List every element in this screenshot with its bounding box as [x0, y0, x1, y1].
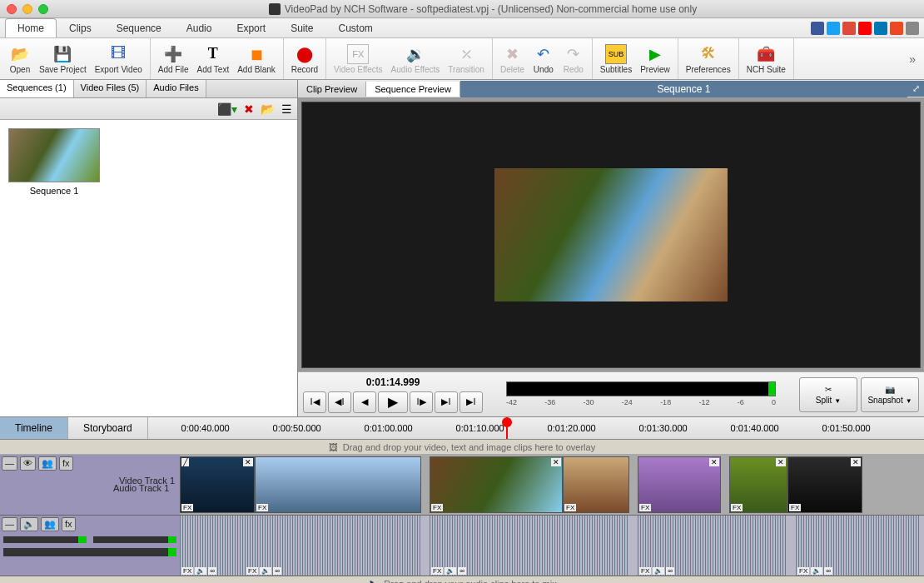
track-collapse-icon[interactable]: — — [2, 456, 17, 471]
rewind-button[interactable]: ◀ — [353, 391, 376, 413]
next-frame-button[interactable]: ▶I — [435, 391, 458, 413]
tab-audio-files[interactable]: Audio Files — [147, 80, 206, 97]
clip-fx-icon[interactable]: FX — [731, 504, 743, 511]
overlay-drop-hint[interactable]: 🖼 Drag and drop your video, text and ima… — [0, 440, 924, 455]
tab-suite[interactable]: Suite — [278, 18, 325, 37]
clip-transition-icon[interactable]: ✕ — [551, 458, 561, 466]
track-people-icon[interactable]: 👥 — [41, 517, 59, 531]
track-fx-icon[interactable]: fx — [59, 456, 73, 471]
maximize-icon[interactable] — [38, 4, 48, 14]
redo-button[interactable]: ↷Redo — [559, 38, 589, 79]
close-icon[interactable] — [7, 4, 17, 14]
save-project-button[interactable]: 💾Save Project — [35, 38, 91, 79]
tab-video-files[interactable]: Video Files (5) — [74, 80, 147, 97]
track-visible-icon[interactable]: 👁 — [20, 456, 36, 471]
transition-button[interactable]: ⤫Transition — [444, 38, 489, 79]
settings-icon[interactable] — [906, 22, 919, 35]
audio-clip[interactable]: FX🔈∞ FX🔈∞ — [180, 516, 421, 576]
preferences-button[interactable]: 🛠Preferences — [682, 38, 735, 79]
tab-export[interactable]: Export — [224, 18, 278, 37]
preview-button[interactable]: ▶Preview — [636, 38, 674, 79]
nch-suite-button[interactable]: 🧰NCH Suite — [743, 38, 790, 79]
facebook-icon[interactable] — [811, 22, 824, 35]
track-people-icon[interactable]: 👥 — [38, 456, 57, 471]
track-fx-icon[interactable]: fx — [62, 517, 76, 531]
sequence-label: Sequence 1 — [8, 186, 100, 196]
image-icon: 🖼 — [329, 442, 338, 452]
prev-frame-button[interactable]: ◀I — [328, 391, 351, 413]
add-file-icon: ➕ — [162, 44, 184, 64]
clip-fx-icon[interactable]: FX — [789, 504, 801, 511]
minimize-icon[interactable] — [22, 4, 32, 14]
video-clip[interactable]: FX — [255, 456, 421, 513]
add-text-button[interactable]: TAdd Text — [192, 38, 233, 79]
audio-clip[interactable]: FX🔈∞ — [796, 516, 921, 576]
delete-button[interactable]: ✖Delete — [496, 38, 529, 79]
video-clip[interactable]: ✕FX — [430, 456, 563, 513]
clip-transition-icon[interactable]: ✕ — [851, 458, 861, 466]
youtube-icon[interactable] — [858, 22, 872, 35]
add-blank-button[interactable]: ◼Add Blank — [233, 38, 280, 79]
preview-frame — [494, 168, 728, 301]
clip-fx-icon[interactable]: FX — [564, 504, 576, 511]
export-video-button[interactable]: 🎞Export Video — [91, 38, 147, 79]
playhead[interactable] — [506, 417, 508, 439]
video-clip[interactable]: ✕FX — [787, 456, 862, 513]
bin-options-icon[interactable]: ⬛▾ — [217, 102, 237, 116]
clip-fx-icon[interactable]: FX — [431, 504, 443, 511]
clip-fx-icon[interactable]: FX — [639, 504, 651, 511]
bin-list-icon[interactable]: ☰ — [281, 102, 292, 116]
open-button[interactable]: 📂Open — [5, 38, 35, 79]
undo-button[interactable]: ↶Undo — [529, 38, 559, 79]
tab-custom[interactable]: Custom — [325, 18, 385, 37]
tab-clip-preview[interactable]: Clip Preview — [298, 82, 366, 97]
video-track-body[interactable]: ╱✕FX FX ✕FX FX ✕FX ✕FX ✕FX — [180, 455, 924, 515]
stumbleupon-icon[interactable] — [890, 22, 903, 35]
clip-fx-icon[interactable]: FX — [256, 504, 268, 511]
subtitles-button[interactable]: SUBSubtitles — [596, 38, 636, 79]
add-file-button[interactable]: ➕Add File — [154, 38, 193, 79]
audio-drop-hint[interactable]: 🔈 Drag and drop your audio clips here to… — [0, 576, 924, 583]
googleplus-icon[interactable] — [842, 22, 856, 35]
bin-add-icon[interactable]: 📂 — [261, 102, 275, 116]
sequence-item[interactable]: Sequence 1 — [8, 128, 100, 196]
linkedin-icon[interactable] — [874, 22, 887, 35]
video-clip[interactable]: FX — [563, 456, 629, 513]
tab-sequence-preview[interactable]: Sequence Preview — [366, 82, 460, 97]
track-mute-icon[interactable]: 🔈 — [20, 517, 38, 531]
audio-track-body[interactable]: FX🔈∞ FX🔈∞ FX🔈∞ FX🔈∞ FX🔈∞ — [180, 516, 924, 576]
audio-clip[interactable]: FX🔈∞ — [638, 516, 787, 576]
audio-clip[interactable]: FX🔈∞ — [430, 516, 629, 576]
save-icon: 💾 — [52, 44, 73, 64]
ribbon-overflow-button[interactable]: » — [902, 52, 922, 66]
twitter-icon[interactable] — [827, 22, 840, 35]
go-end-button[interactable]: ▶I — [460, 391, 483, 413]
clip-fx-icon[interactable]: FX — [181, 504, 193, 511]
tab-home[interactable]: Home — [5, 18, 57, 37]
popout-icon[interactable]: ⤢ — [907, 81, 924, 97]
timeline-ruler[interactable]: 0:00:40.000 0:00:50.000 0:01:00.000 0:01… — [148, 417, 924, 439]
bin-delete-icon[interactable]: ✖ — [244, 102, 254, 116]
clip-transition-icon[interactable]: ✕ — [776, 458, 786, 466]
video-clip[interactable]: ✕FX — [729, 456, 787, 513]
snapshot-button[interactable]: 📷Snapshot▼ — [861, 377, 919, 412]
clip-transition-icon[interactable]: ✕ — [243, 458, 253, 466]
tab-sequences[interactable]: Sequences (1) — [0, 80, 74, 97]
tab-storyboard[interactable]: Storyboard — [68, 417, 148, 439]
clip-transition-icon[interactable]: ✕ — [709, 458, 719, 466]
video-effects-button[interactable]: FXVideo Effects — [330, 38, 387, 79]
tab-audio[interactable]: Audio — [174, 18, 225, 37]
record-button[interactable]: ⬤Record — [287, 38, 322, 79]
audio-effects-button[interactable]: 🔉Audio Effects — [387, 38, 445, 79]
forward-button[interactable]: I▶ — [410, 391, 433, 413]
track-collapse-icon[interactable]: — — [2, 517, 17, 531]
tab-sequence[interactable]: Sequence — [104, 18, 174, 37]
tab-clips[interactable]: Clips — [57, 18, 104, 37]
play-button[interactable]: ▶ — [378, 391, 408, 413]
video-clip[interactable]: ✕FX — [638, 456, 721, 513]
go-start-button[interactable]: I◀ — [303, 391, 326, 413]
split-button[interactable]: ✂Split▼ — [799, 377, 857, 412]
video-clip[interactable]: ╱✕FX — [180, 456, 255, 513]
tab-timeline[interactable]: Timeline — [0, 417, 68, 439]
clip-fade-icon[interactable]: ╱ — [181, 458, 189, 466]
